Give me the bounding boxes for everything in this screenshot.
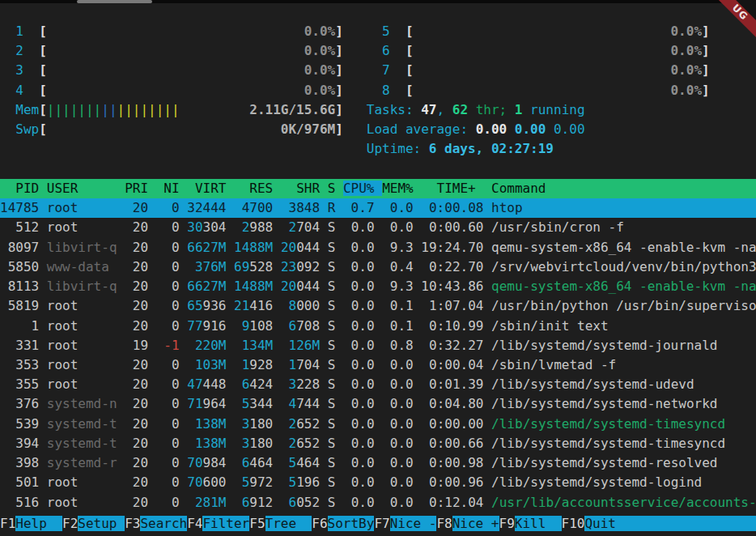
process-row[interactable]: 331 root 19 -1 220M 134M 126M S 0.0 0.8 … [0, 336, 756, 355]
fkey-f6-sortby[interactable]: F6SortBy [312, 516, 374, 531]
column-header-virt[interactable]: VIRT [187, 181, 226, 196]
text [335, 298, 343, 313]
cpu-meter-label: 1 [15, 23, 23, 39]
process-row[interactable]: 512 root 20 0 30304 2988 2704 S 0.0 0.0 … [0, 218, 756, 237]
column-header-time[interactable]: TIME+ [421, 181, 483, 196]
cell-shr-hi: 20 [281, 279, 296, 294]
text [156, 416, 172, 432]
text [421, 259, 429, 274]
cell-virt-hi: 30 [187, 219, 202, 235]
column-header-user[interactable]: USER [47, 181, 117, 196]
text [125, 318, 133, 334]
cell-pri: 20 [133, 318, 148, 334]
process-row[interactable]: 5850 www-data 20 0 376M 69528 23092 S 0.… [0, 257, 756, 277]
text [0, 357, 15, 372]
cell-state: S [328, 279, 336, 294]
process-row[interactable]: 8113 libvirt-q 20 0 6627M 1488M 20044 S … [0, 277, 756, 296]
text [414, 181, 422, 196]
text [694, 376, 756, 392]
text [180, 200, 188, 215]
cell-pid: 394 [15, 436, 39, 451]
column-header-mem[interactable]: MEM% [382, 181, 414, 196]
text [382, 495, 390, 510]
process-row[interactable]: 394 systemd-t 20 0 138M 3180 2652 S 0.0 … [0, 434, 756, 453]
text [125, 474, 133, 490]
column-header-command[interactable]: Command [491, 181, 756, 196]
cpu-meter-label: 6 [382, 43, 390, 58]
text [414, 219, 422, 235]
cell-cpu-pct: 0.0 [351, 357, 375, 372]
text [125, 376, 133, 392]
column-header-res[interactable]: RES [234, 181, 273, 196]
fkey-f1-help[interactable]: F1Help [0, 516, 62, 531]
cell-shr-hi: 2 [289, 436, 297, 451]
cell-res-hi: 1488M [234, 240, 273, 255]
text [180, 318, 188, 334]
text [320, 436, 328, 451]
fkey-f10-quit[interactable]: F10Quit [562, 516, 756, 531]
text [0, 376, 15, 392]
text [156, 200, 172, 215]
cell-pri: 20 [133, 474, 148, 490]
fkey-f5-tree[interactable]: F5Tree [249, 516, 312, 531]
cell-state: S [328, 376, 336, 392]
cell-nice: 0 [172, 259, 180, 274]
cell-virt: 32444 [187, 200, 226, 215]
scrollbar-thumb[interactable] [77, 0, 152, 3]
cell-pri: 20 [133, 436, 148, 451]
column-header-ni[interactable]: NI [156, 181, 180, 196]
process-row[interactable]: 14785 root 20 0 32444 4700 3848 R 0.7 0.… [0, 198, 756, 218]
text [187, 338, 195, 353]
text [483, 181, 491, 196]
cell-state: S [328, 357, 336, 372]
fkey-f3-search[interactable]: F3Search [125, 516, 187, 531]
process-row[interactable]: 516 root 20 0 281M 6912 6052 S 0.0 0.0 0… [0, 493, 756, 513]
text [234, 474, 242, 490]
fkey-f7-nice[interactable]: F7Nice - [374, 516, 436, 531]
text [180, 455, 188, 470]
column-header-cpu[interactable]: CPU% [343, 181, 382, 196]
cell-virt-hi: 77 [187, 318, 202, 334]
text [117, 298, 125, 313]
text [281, 416, 289, 432]
column-header-s[interactable]: S [328, 181, 336, 196]
process-row[interactable]: 1 root 20 0 77916 9108 6708 S 0.0 0.1 0:… [0, 317, 756, 336]
text [421, 338, 429, 353]
text [180, 376, 188, 392]
text [39, 200, 47, 215]
text [343, 298, 351, 313]
cpu-meter-value: 0.0% [47, 43, 335, 58]
text [281, 318, 289, 334]
fkey-f8-nice[interactable]: F8Nice + [436, 516, 499, 531]
process-row[interactable]: 5819 root 20 0 65936 21416 8000 S 0.0 0.… [0, 296, 756, 316]
process-row[interactable]: 353 root 20 0 103M 1928 1704 S 0.0 0.0 0… [0, 355, 756, 375]
cell-cpu-pct: 0.0 [351, 338, 375, 353]
cell-nice: 0 [172, 318, 180, 334]
text [156, 318, 172, 334]
cell-time: 0:00.96 [429, 474, 483, 490]
process-row[interactable]: 355 root 20 0 47448 6424 3228 S 0.0 0.0 … [0, 375, 756, 394]
process-row[interactable]: 376 systemd-n 20 0 71964 5344 4744 S 0.0… [0, 394, 756, 414]
text [335, 240, 343, 255]
text [320, 219, 328, 235]
fkey-f9-kill[interactable]: F9Kill [499, 516, 562, 531]
text [375, 416, 383, 432]
cell-cpu-pct: 0.0 [351, 495, 375, 510]
text [234, 318, 242, 334]
text [273, 219, 281, 235]
text [0, 455, 15, 470]
text [281, 376, 289, 392]
process-row[interactable]: 501 root 20 0 70600 5972 5196 S 0.0 0.0 … [0, 473, 756, 492]
fkey-label: Help [15, 516, 62, 531]
text [717, 338, 756, 353]
text [609, 318, 756, 334]
fkey-f2-setup[interactable]: F2Setup [62, 516, 125, 531]
process-row[interactable]: 539 systemd-t 20 0 138M 3180 2652 S 0.0 … [0, 415, 756, 434]
column-header-pid[interactable]: PID [0, 181, 39, 196]
process-row[interactable]: 8097 libvirt-q 20 0 6627M 1488M 20044 S … [0, 238, 756, 257]
fkey-f4-filter[interactable]: F4Filter [187, 516, 249, 531]
column-header-pri[interactable]: PRI [125, 181, 148, 196]
text [226, 219, 234, 235]
process-row[interactable]: 398 systemd-r 20 0 70984 6464 5464 S 0.0… [0, 453, 756, 473]
column-header-shr[interactable]: SHR [281, 181, 320, 196]
